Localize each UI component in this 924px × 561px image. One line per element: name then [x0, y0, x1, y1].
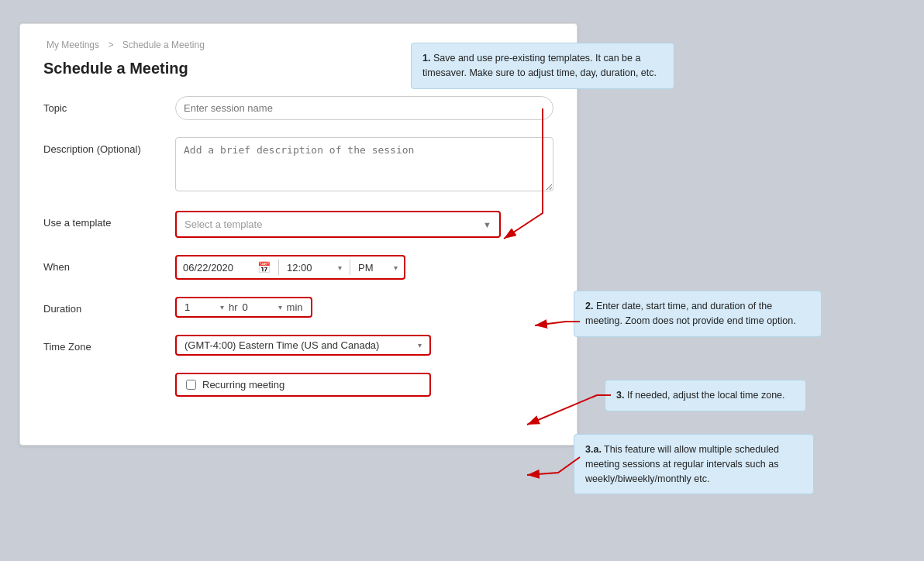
template-control: Select a template ▼	[175, 211, 553, 238]
timezone-select[interactable]: (GMT-4:00) Eastern Time (US and Canada) …	[184, 339, 413, 351]
breadcrumb-root[interactable]: My Meetings	[47, 40, 99, 50]
ampm-chevron-icon: ▾	[394, 263, 398, 272]
tooltip-1-text: Save and use pre-existing templates. It …	[422, 53, 657, 78]
chevron-down-icon: ▼	[475, 220, 499, 229]
tooltip-3a-text: This feature will allow multiple schedul…	[585, 444, 779, 484]
when-control: 📅 12:00 12:30 1:00 ▾ AM PM ▾	[175, 255, 553, 280]
tooltip-3a: 3.a. This feature will allow multiple sc…	[574, 434, 814, 494]
recurring-spacer	[43, 373, 175, 379]
duration-min-select[interactable]: 0 15 30 45	[243, 301, 274, 313]
duration-row: Duration 1 2 3 ▾ hr 0 15 30 45 ▾ min	[43, 297, 553, 318]
duration-label: Duration	[43, 297, 175, 315]
tooltip-3a-number: 3.a.	[585, 444, 602, 455]
topic-label: Topic	[43, 96, 175, 114]
duration-hr-select[interactable]: 1 2 3	[184, 301, 215, 313]
calendar-icon[interactable]: 📅	[257, 261, 271, 274]
when-row: When 📅 12:00 12:30 1:00 ▾ AM PM ▾	[43, 255, 553, 280]
description-input[interactable]	[175, 137, 553, 191]
timezone-wrapper: (GMT-4:00) Eastern Time (US and Canada) …	[175, 335, 431, 356]
template-select[interactable]: Select a template	[177, 212, 475, 236]
arrow-3a	[527, 457, 580, 475]
topic-input[interactable]	[175, 96, 553, 120]
timezone-row: Time Zone (GMT-4:00) Eastern Time (US an…	[43, 335, 553, 356]
template-select-wrapper: Select a template ▼	[175, 211, 501, 238]
timezone-label: Time Zone	[43, 335, 175, 353]
tooltip-2-text: Enter date, start time, and duration of …	[585, 301, 796, 326]
timezone-control: (GMT-4:00) Eastern Time (US and Canada) …	[175, 335, 553, 356]
recurring-label: Recurring meeting	[202, 379, 284, 391]
tooltip-3-text: If needed, adjust the local time zone.	[627, 390, 785, 401]
when-label: When	[43, 255, 175, 273]
min-label: min	[287, 301, 303, 313]
time-chevron-icon: ▾	[338, 263, 342, 272]
template-label: Use a template	[43, 211, 175, 229]
duration-wrapper: 1 2 3 ▾ hr 0 15 30 45 ▾ min	[175, 297, 312, 318]
ampm-select[interactable]: AM PM	[358, 262, 389, 274]
template-row: Use a template Select a template ▼	[43, 211, 553, 238]
topic-row: Topic	[43, 96, 553, 120]
recurring-checkbox[interactable]	[186, 380, 196, 390]
when-wrapper: 📅 12:00 12:30 1:00 ▾ AM PM ▾	[175, 255, 405, 280]
tooltip-1-number: 1.	[422, 53, 430, 64]
date-input[interactable]	[183, 262, 253, 274]
divider2	[350, 260, 350, 275]
description-row: Description (Optional)	[43, 137, 553, 194]
duration-control: 1 2 3 ▾ hr 0 15 30 45 ▾ min	[175, 297, 553, 318]
breadcrumb-separator: >	[108, 40, 113, 50]
recurring-row: Recurring meeting	[43, 373, 553, 397]
tz-chevron-icon: ▾	[418, 341, 422, 349]
tooltip-2-number: 2.	[585, 301, 593, 311]
breadcrumb-current: Schedule a Meeting	[122, 40, 205, 50]
hr-chevron-icon: ▾	[220, 303, 224, 311]
tooltip-2: 2. Enter date, start time, and duration …	[574, 291, 822, 337]
recurring-wrapper: Recurring meeting	[175, 373, 431, 397]
tooltip-3-number: 3.	[616, 390, 624, 401]
description-label: Description (Optional)	[43, 137, 175, 155]
divider	[278, 260, 279, 275]
time-select[interactable]: 12:00 12:30 1:00	[287, 262, 333, 274]
min-chevron-icon: ▾	[278, 303, 282, 311]
topic-control	[175, 96, 553, 120]
tooltip-1: 1. Save and use pre-existing templates. …	[411, 43, 674, 89]
tooltip-3: 3. If needed, adjust the local time zone…	[605, 380, 806, 411]
description-control	[175, 137, 553, 194]
hr-label: hr	[229, 301, 238, 313]
recurring-control: Recurring meeting	[175, 373, 553, 397]
